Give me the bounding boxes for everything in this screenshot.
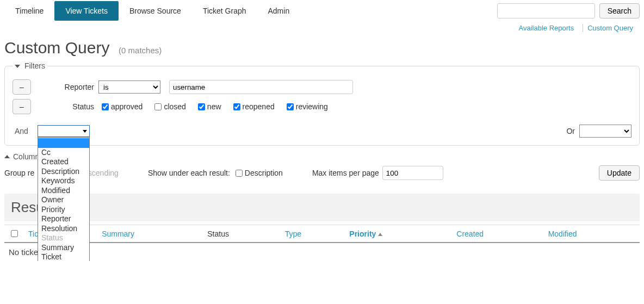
- tab-view-tickets[interactable]: View Tickets: [54, 1, 119, 21]
- search-input[interactable]: [497, 3, 595, 18]
- status-label: Status: [54, 102, 94, 111]
- tab-admin[interactable]: Admin: [257, 1, 301, 21]
- and-filter-dropdown: Cc Created Description Keywords Modified…: [38, 137, 90, 261]
- link-available-reports[interactable]: Available Reports: [515, 24, 579, 32]
- reporter-operator-select[interactable]: is: [98, 80, 160, 94]
- show-description-checkbox[interactable]: [236, 170, 243, 177]
- main-tabs: Timeline View Tickets Browse Source Tick…: [4, 1, 300, 21]
- dd-item-summary[interactable]: Summary: [38, 243, 89, 253]
- expand-icon: [4, 155, 10, 158]
- sort-asc-icon: [378, 233, 382, 236]
- dd-item-created[interactable]: Created: [38, 157, 89, 167]
- status-closed-checkbox[interactable]: [154, 103, 162, 110]
- dd-item-priority[interactable]: Priority: [38, 205, 89, 215]
- max-items-label: Max items per page: [312, 169, 379, 177]
- sub-nav: Available Reports Custom Query: [0, 22, 644, 32]
- and-filter-select[interactable]: [38, 125, 90, 137]
- filters-fieldset: Filters – Reporter is – Status approved …: [4, 61, 640, 146]
- filters-legend[interactable]: Filters: [13, 61, 47, 70]
- status-reviewing-checkbox[interactable]: [287, 103, 294, 110]
- col-created[interactable]: Created: [452, 225, 543, 243]
- page-title: Custom Query (0 matches): [4, 39, 640, 57]
- status-closed[interactable]: closed: [152, 102, 185, 112]
- chevron-down-icon: [83, 130, 87, 133]
- no-results-message: No tickets found: [4, 243, 640, 261]
- show-description-option[interactable]: Description: [233, 168, 283, 178]
- update-button[interactable]: Update: [599, 165, 640, 181]
- remove-filter-reporter-button[interactable]: –: [13, 79, 31, 95]
- select-all-checkbox[interactable]: [11, 230, 18, 237]
- status-new-checkbox[interactable]: [198, 103, 205, 110]
- dd-item-cc[interactable]: Cc: [38, 148, 89, 158]
- status-reopened-checkbox[interactable]: [233, 103, 240, 110]
- dd-item-reporter[interactable]: Reporter: [38, 214, 89, 224]
- col-type[interactable]: Type: [281, 225, 345, 243]
- status-approved[interactable]: approved: [100, 102, 143, 112]
- max-items-input[interactable]: [382, 166, 443, 180]
- show-under-label: Show under each result:: [148, 169, 230, 177]
- dd-item-ticket[interactable]: Ticket: [38, 252, 89, 261]
- or-label: Or: [566, 127, 575, 135]
- dd-item-modified[interactable]: Modified: [38, 186, 89, 196]
- collapse-icon: [15, 65, 20, 68]
- results-table: Ticket Summary Status Type Priority Crea…: [4, 225, 640, 243]
- remove-filter-status-button[interactable]: –: [13, 99, 31, 114]
- status-reviewing[interactable]: reviewing: [284, 102, 328, 112]
- tab-ticket-graph[interactable]: Ticket Graph: [192, 1, 257, 21]
- dd-item-owner[interactable]: Owner: [38, 195, 89, 205]
- col-summary[interactable]: Summary: [97, 225, 203, 243]
- dd-item-blank[interactable]: [38, 138, 89, 148]
- group-results-label: Group re: [4, 169, 34, 177]
- tab-timeline[interactable]: Timeline: [4, 1, 54, 21]
- status-reopened[interactable]: reopened: [231, 102, 275, 112]
- filters-legend-text: Filters: [24, 61, 45, 70]
- match-count: (0 matches): [119, 46, 162, 55]
- reporter-value-input[interactable]: [169, 80, 353, 94]
- col-status[interactable]: Status: [203, 225, 280, 243]
- and-label: And: [15, 127, 38, 135]
- dd-item-resolution[interactable]: Resolution: [38, 224, 89, 234]
- results-heading: Resu: [4, 194, 640, 221]
- dd-item-status: Status: [38, 233, 89, 243]
- col-priority[interactable]: Priority: [345, 225, 452, 243]
- dd-item-description[interactable]: Description: [38, 167, 89, 177]
- col-modified[interactable]: Modified: [544, 225, 640, 243]
- columns-legend[interactable]: Columns: [4, 152, 640, 161]
- dd-item-keywords[interactable]: Keywords: [38, 176, 89, 186]
- search-button[interactable]: Search: [599, 3, 640, 18]
- tab-browse-source[interactable]: Browse Source: [119, 1, 192, 21]
- link-custom-query[interactable]: Custom Query: [583, 24, 637, 32]
- or-filter-select[interactable]: [579, 125, 631, 138]
- status-new[interactable]: new: [196, 102, 221, 112]
- page-title-text: Custom Query: [4, 39, 109, 57]
- reporter-label: Reporter: [54, 83, 94, 91]
- status-approved-checkbox[interactable]: [102, 103, 109, 110]
